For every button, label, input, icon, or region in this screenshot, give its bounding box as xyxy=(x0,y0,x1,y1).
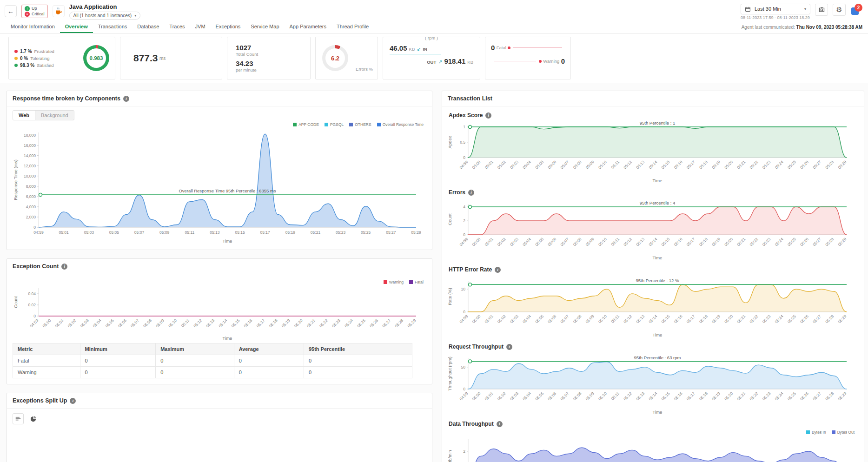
svg-text:05:21: 05:21 xyxy=(736,391,746,401)
svg-text:05:26: 05:26 xyxy=(799,391,809,401)
http-error-rate-chart: 01095th Percentile : 12 %04:5905:0005:01… xyxy=(447,274,854,338)
tab-overview[interactable]: Overview xyxy=(60,21,93,33)
exception-count-panel: Exception Count i WarningFatal 00.020.04… xyxy=(7,258,432,384)
svg-text:05:06: 05:06 xyxy=(547,314,557,324)
svg-text:05:05: 05:05 xyxy=(105,318,115,328)
response-components-chart: 02,0004,0006,0008,00010,00012,00014,0001… xyxy=(13,127,424,244)
info-icon[interactable]: i xyxy=(468,190,474,196)
svg-text:05:23: 05:23 xyxy=(761,237,771,247)
legend-dot-icon xyxy=(14,50,18,53)
notifications-button[interactable]: 2 xyxy=(850,4,862,16)
info-icon[interactable]: i xyxy=(497,421,503,427)
svg-text:05:03: 05:03 xyxy=(509,237,519,247)
tab-exceptions[interactable]: Exceptions xyxy=(211,21,246,33)
request-throughput-chart: 05095th Percentile : 63 rpm04:5905:0005:… xyxy=(447,351,854,415)
svg-text:05:14: 05:14 xyxy=(648,391,658,401)
settings-button[interactable]: ⚙ xyxy=(833,4,846,16)
back-button[interactable]: ← xyxy=(5,5,17,17)
legend-item[interactable]: Overall Response Time xyxy=(377,122,424,127)
svg-text:05:21: 05:21 xyxy=(736,237,746,247)
table-cell: 0 xyxy=(80,355,156,367)
java-icon xyxy=(53,5,65,17)
bytes-in-value: 46.05 xyxy=(390,44,407,52)
table-row: Fatal0000 xyxy=(13,355,412,367)
svg-text:Mb/min: Mb/min xyxy=(447,450,452,462)
svg-text:05:11: 05:11 xyxy=(185,230,194,235)
legend-item[interactable]: OTHERS xyxy=(349,122,371,127)
svg-text:05:04: 05:04 xyxy=(522,314,532,324)
svg-text:0: 0 xyxy=(463,387,465,391)
svg-text:05:10: 05:10 xyxy=(597,159,608,170)
info-icon[interactable]: i xyxy=(61,264,67,270)
screenshot-button[interactable] xyxy=(815,4,828,16)
legend-item[interactable]: APP CODE xyxy=(293,122,319,127)
toggle-web[interactable]: Web xyxy=(13,111,35,120)
svg-text:05:25: 05:25 xyxy=(361,230,371,235)
exceptions-split-title: Exceptions Split Up xyxy=(13,397,67,404)
apdex-legend-item: 1.7 %Frustrated xyxy=(14,49,54,54)
tab-app-parameters[interactable]: App Parameters xyxy=(285,21,331,33)
info-icon[interactable]: i xyxy=(506,344,512,350)
response-time-value: 877.3 xyxy=(133,53,158,64)
svg-text:Count: Count xyxy=(13,296,18,308)
exceptions-split-panel: Exceptions Split Up i xyxy=(7,393,432,462)
svg-text:05:08: 05:08 xyxy=(142,318,152,328)
svg-text:05:28: 05:28 xyxy=(824,237,835,247)
chevron-down-icon: ▾ xyxy=(804,7,806,11)
legend-swatch-icon xyxy=(377,123,381,126)
tab-thread-profile[interactable]: Thread Profile xyxy=(331,21,374,33)
svg-text:05:17: 05:17 xyxy=(255,318,265,328)
pie-chart-icon xyxy=(30,416,37,422)
host-instance-selector[interactable]: All (1 hosts and 1 instances) ▾ xyxy=(69,12,141,20)
toggle-background[interactable]: Background xyxy=(35,111,74,120)
tab-monitor-information[interactable]: Monitor Information xyxy=(6,21,60,33)
info-icon[interactable]: i xyxy=(485,112,491,119)
svg-text:Time: Time xyxy=(223,336,232,341)
legend-item[interactable]: Fatal xyxy=(409,280,424,284)
bar-chart-view-button[interactable] xyxy=(13,413,24,424)
svg-text:05:15: 05:15 xyxy=(660,159,670,170)
info-icon[interactable]: i xyxy=(70,398,76,404)
svg-text:05:19: 05:19 xyxy=(711,314,721,324)
svg-text:95th Percentile : 4: 95th Percentile : 4 xyxy=(640,200,676,205)
svg-text:6,000: 6,000 xyxy=(26,194,36,199)
table-cell: 0 xyxy=(80,367,156,378)
table-header-cell: Minimum xyxy=(80,343,156,355)
svg-text:05:04: 05:04 xyxy=(522,237,532,247)
tab-service-map[interactable]: Service Map xyxy=(245,21,284,33)
availability-status-chip[interactable]: ↑ Up × Critical xyxy=(21,5,48,18)
data-io-kpi-card: ( rpm ) 46.05 KB ↙ IN OUT ↗ 918.41 KB xyxy=(383,37,480,79)
svg-text:05:09: 05:09 xyxy=(159,230,170,235)
svg-text:05:20: 05:20 xyxy=(723,237,734,247)
svg-text:05:05: 05:05 xyxy=(534,391,544,401)
legend-item[interactable]: PGSQL xyxy=(325,122,344,127)
info-icon[interactable]: i xyxy=(123,96,129,102)
info-icon[interactable]: i xyxy=(495,267,501,273)
svg-text:05:17: 05:17 xyxy=(686,391,696,401)
svg-text:05:13: 05:13 xyxy=(635,391,645,401)
svg-text:05:16: 05:16 xyxy=(673,237,683,247)
tab-jvm[interactable]: JVM xyxy=(190,21,211,33)
exception-count-chart: 00.020.0404:5905:0005:0105:0205:0305:040… xyxy=(13,284,424,341)
svg-text:05:25: 05:25 xyxy=(787,314,797,324)
pie-chart-view-button[interactable] xyxy=(27,413,39,424)
legend-item[interactable]: Bytes Out xyxy=(832,430,855,435)
legend-item[interactable]: Bytes In xyxy=(806,430,826,435)
legend-dot-icon xyxy=(14,64,18,67)
errors-section-label: Errors i xyxy=(442,184,864,197)
time-range-selector[interactable]: Last 30 Min ▾ xyxy=(741,4,810,14)
svg-text:05:26: 05:26 xyxy=(799,314,809,324)
svg-text:05:27: 05:27 xyxy=(386,230,396,235)
data_throughput-svg: 204:5905:0005:0105:0205:0305:0405:0505:0… xyxy=(447,435,854,462)
svg-text:05:05: 05:05 xyxy=(534,159,544,170)
transaction-list-panel: Transaction List Apdex Score i 00.5195th… xyxy=(442,91,864,462)
tab-transactions[interactable]: Transactions xyxy=(93,21,133,33)
tab-traces[interactable]: Traces xyxy=(164,21,190,33)
svg-text:05:11: 05:11 xyxy=(610,159,620,170)
apdex-score-chart: 00.5195th Percentile : 104:5905:0005:010… xyxy=(447,119,854,184)
legend-item[interactable]: Warning xyxy=(384,280,404,284)
tab-database[interactable]: Database xyxy=(132,21,164,33)
svg-text:04:59: 04:59 xyxy=(458,314,469,324)
calendar-icon xyxy=(745,6,751,12)
svg-text:05:22: 05:22 xyxy=(749,314,759,324)
